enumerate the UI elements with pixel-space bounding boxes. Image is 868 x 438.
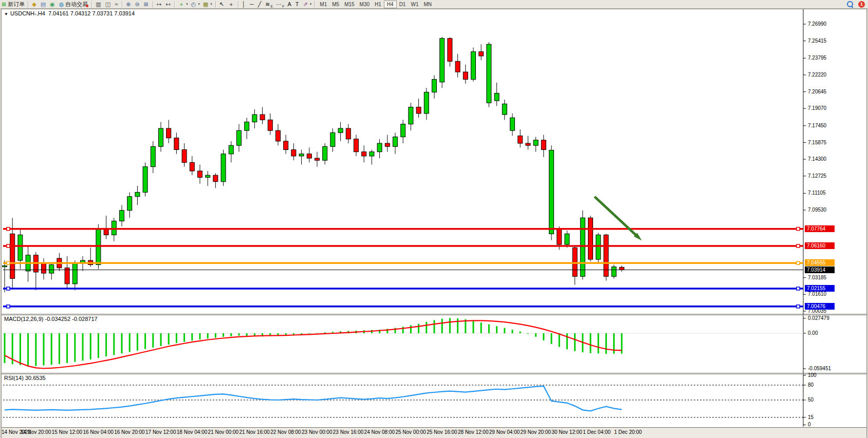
price-tick-label: 7.22220 xyxy=(808,72,826,78)
hline-handle[interactable] xyxy=(797,244,800,247)
hline-handle[interactable] xyxy=(7,305,10,308)
horizontal-line-button[interactable]: ─ xyxy=(248,1,256,8)
timeframe-button-m5[interactable]: M5 xyxy=(329,1,342,8)
candle-body xyxy=(463,72,468,80)
rsi-indicator-label: RSI(14) 30.6535 xyxy=(4,375,46,381)
timeframe-button-w1[interactable]: W1 xyxy=(408,1,421,8)
trend-arrow[interactable] xyxy=(595,197,639,238)
autotrade-button-label: 自动交易 xyxy=(65,1,88,8)
new-order-icon: ⊞ xyxy=(2,1,6,8)
autotrade-button[interactable]: ◍自动交易 xyxy=(58,1,90,8)
tile-windows-icon: ⊞ xyxy=(144,1,149,8)
candle-body xyxy=(299,154,304,156)
candle-body xyxy=(252,115,257,122)
rsi-line xyxy=(5,386,622,411)
crosshair-button[interactable]: ＋ xyxy=(227,1,236,8)
notification-badge[interactable]: 1 xyxy=(858,1,865,8)
chart-canvas[interactable] xyxy=(0,0,868,438)
candle-body xyxy=(49,264,54,273)
market-watch-button[interactable]: ◉ xyxy=(48,1,58,8)
timeframe-button-mn[interactable]: MN xyxy=(421,1,434,8)
candle-body xyxy=(143,167,147,193)
price-badge-7.00476: 7.00476 xyxy=(805,303,835,310)
candle-body xyxy=(557,228,562,244)
zoom-in-button[interactable]: ⊕ xyxy=(124,1,133,8)
hline-handle[interactable] xyxy=(7,244,10,247)
timeframe-button-m1[interactable]: M1 xyxy=(317,1,329,8)
search-icon[interactable] xyxy=(847,1,853,7)
history-icon: ◆ xyxy=(32,1,36,8)
text-button[interactable]: A xyxy=(286,1,294,8)
timeframe-button-m15[interactable]: M15 xyxy=(342,1,357,8)
fibonacci-icon: ≋ xyxy=(265,1,270,8)
date-label: 28 Nov 12:00 xyxy=(458,429,489,435)
price-badge-7.06160: 7.06160 xyxy=(805,242,835,249)
hline-handle[interactable] xyxy=(7,287,10,290)
templates-button[interactable]: ▦▾ xyxy=(201,1,214,8)
cursor-icon: ↖ xyxy=(219,1,224,8)
candle-body xyxy=(565,234,569,244)
symbol-period-label: USDCNH-,H4 xyxy=(10,10,45,16)
hline-handle[interactable] xyxy=(797,305,800,308)
timeframe-button-m30[interactable]: M30 xyxy=(357,1,372,8)
candle-body xyxy=(533,140,538,145)
candle-body xyxy=(549,150,554,234)
text-label-button[interactable]: T xyxy=(294,1,302,8)
timeframe-button-h4[interactable]: H4 xyxy=(384,1,397,8)
rsi-axis-label: 0 xyxy=(808,422,811,427)
history-button[interactable]: ◆ xyxy=(30,1,39,8)
arrows-button[interactable]: ⇗▾ xyxy=(302,1,313,8)
candle-body xyxy=(471,52,476,80)
trendline-button[interactable]: ╱ xyxy=(256,1,264,8)
dropdown-caret-icon: ▾ xyxy=(310,2,312,6)
templates-icon: ▦ xyxy=(203,1,208,8)
bar-chart-button[interactable]: ▥ xyxy=(94,1,103,8)
macd-signal-line xyxy=(5,320,622,368)
candle-body xyxy=(151,146,155,166)
price-tick-label: 7.14300 xyxy=(808,156,826,162)
hline-handle[interactable] xyxy=(797,227,800,231)
fibo-expansion-button[interactable]: ⋯F xyxy=(274,1,286,8)
profiles-button[interactable]: ▤ xyxy=(39,1,48,8)
price-tick-label: 7.26990 xyxy=(808,21,826,27)
candlestick-button[interactable]: ◫ xyxy=(104,1,113,8)
indicators-button[interactable]: ＋▾ xyxy=(177,1,190,8)
hline-handle[interactable] xyxy=(797,261,800,264)
fibonacci-icon-suffix: E xyxy=(271,5,273,8)
hline-handle[interactable] xyxy=(7,227,10,231)
timeframe-button-d1[interactable]: D1 xyxy=(397,1,409,8)
dropdown-caret-icon: ▾ xyxy=(198,2,200,6)
periods-button[interactable]: ◴▾ xyxy=(190,1,201,8)
price-tick-label: 7.19070 xyxy=(808,105,826,111)
vertical-line-button[interactable]: │ xyxy=(241,1,248,8)
candle-body xyxy=(167,128,171,138)
candle-body xyxy=(487,44,491,103)
toolbar-right-group: 1 xyxy=(847,1,865,8)
zoom-out-button[interactable]: ⊖ xyxy=(133,1,142,8)
candle-body xyxy=(502,104,507,115)
hline-handle[interactable] xyxy=(797,287,800,290)
tile-windows-button[interactable]: ⊞ xyxy=(142,1,151,8)
horizontal-line-icon: ─ xyxy=(250,1,254,8)
cursor-button[interactable]: ↖ xyxy=(218,1,227,8)
indicators-icon: ＋ xyxy=(178,1,184,8)
chevron-down-icon[interactable]: ▼ xyxy=(4,12,8,16)
candle-body xyxy=(190,162,194,171)
date-label: 18 Nov 04:00 xyxy=(177,429,208,435)
profiles-icon: ▤ xyxy=(41,1,46,8)
candle-body xyxy=(268,120,272,130)
date-label: 29 Nov 04:00 xyxy=(489,429,520,435)
candle-body xyxy=(596,235,601,259)
new-order-button[interactable]: ⊞新订单 xyxy=(0,1,26,8)
candle-body xyxy=(416,107,421,113)
hline-handle[interactable] xyxy=(7,261,10,264)
date-label: 30 Nov 12:00 xyxy=(551,429,582,435)
fibonacci-button[interactable]: ≋E xyxy=(264,1,274,8)
line-chart-button[interactable]: ≈ xyxy=(113,1,120,8)
candle-body xyxy=(455,61,460,72)
chart-shift-button[interactable]: ↤ xyxy=(164,1,173,8)
auto-scroll-button[interactable]: ↦ xyxy=(155,1,164,8)
timeframe-button-h1[interactable]: H1 xyxy=(372,1,384,8)
candle-body xyxy=(120,211,124,221)
candle-body xyxy=(612,267,616,277)
